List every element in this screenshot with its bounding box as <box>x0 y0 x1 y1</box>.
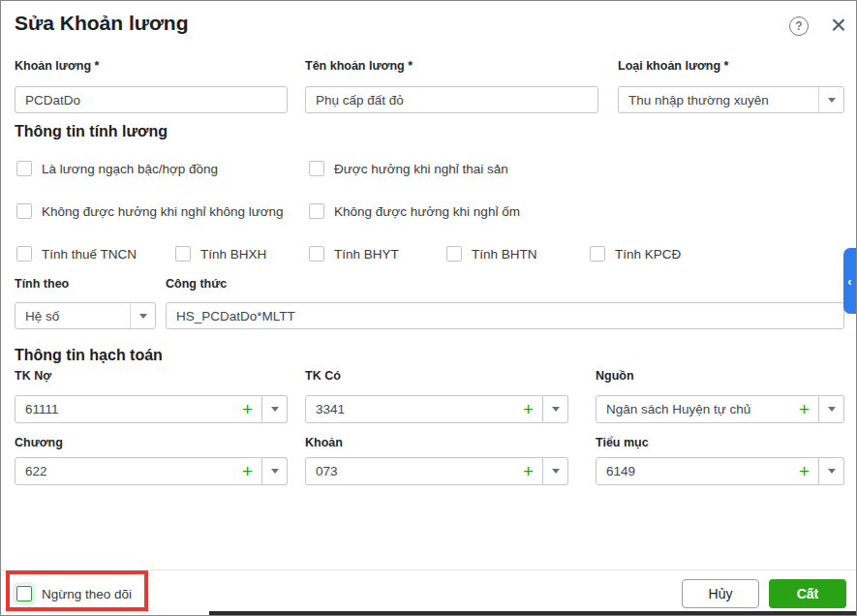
tieu-muc-label: Tiểu mục <box>596 436 649 449</box>
salary-code-label: Khoản lương * <box>15 59 99 73</box>
chevron-down-icon <box>828 98 836 103</box>
add-icon[interactable]: + <box>242 462 253 480</box>
checkbox-icon[interactable] <box>309 161 324 176</box>
checkbox-tinh-bhxh[interactable]: Tính BHXH <box>175 246 266 262</box>
chevron-down-icon <box>552 407 560 412</box>
add-icon[interactable]: + <box>799 462 810 480</box>
nguon-value: Ngân sách Huyện tự chủ <box>606 402 799 416</box>
checkbox-label: Tính KPCĐ <box>615 247 681 262</box>
close-icon[interactable]: × <box>826 11 851 40</box>
add-icon[interactable]: + <box>799 400 810 418</box>
background-window-edge <box>209 611 857 616</box>
calc-by-select[interactable]: Hệ số <box>15 302 156 329</box>
save-button[interactable]: Cất <box>769 579 846 608</box>
checkbox-icon[interactable] <box>309 203 324 219</box>
checkbox-label: Tính thuế TNCN <box>42 247 137 262</box>
tk-co-label: TK Có <box>305 369 341 383</box>
checkbox-icon[interactable] <box>16 586 32 601</box>
checkbox-icon[interactable] <box>446 246 462 262</box>
checkbox-label: Tính BHXH <box>200 247 266 262</box>
checkbox-label: Là lương ngạch bậc/hợp đồng <box>42 162 218 176</box>
checkbox-icon[interactable] <box>590 246 605 262</box>
stop-tracking-label: Ngừng theo dõi <box>42 587 132 601</box>
checkbox-khong-huong-nghi-om[interactable]: Không được hưởng khi nghỉ ốm <box>309 203 520 219</box>
add-icon[interactable]: + <box>523 400 534 418</box>
salary-code-input[interactable] <box>15 86 288 113</box>
cancel-button[interactable]: Hủy <box>682 579 759 608</box>
checkbox-huong-thai-san[interactable]: Được hưởng khi nghỉ thai sản <box>309 161 508 176</box>
checkbox-label: Không được hưởng khi nghỉ ốm <box>334 204 520 219</box>
footer-divider <box>1 570 857 570</box>
chevron-down-icon <box>271 469 279 474</box>
salary-name-label: Tên khoản lương * <box>305 59 413 73</box>
khoan-combo[interactable]: 073 + <box>305 457 568 485</box>
add-icon[interactable]: + <box>523 462 534 480</box>
chevron-down-icon <box>139 314 147 319</box>
calc-by-label: Tính theo <box>15 277 69 291</box>
checkbox-tinh-bhtn[interactable]: Tính BHTN <box>446 246 537 262</box>
chevron-down-icon <box>828 407 836 412</box>
add-icon[interactable]: + <box>242 400 253 418</box>
checkbox-icon[interactable] <box>175 246 191 262</box>
checkbox-label: Không được hưởng khi nghỉ không lương <box>42 204 284 219</box>
tieu-muc-value: 6149 <box>606 464 799 478</box>
khoan-label: Khoản <box>305 436 343 449</box>
checkbox-label: Được hưởng khi nghỉ thai sản <box>334 162 508 176</box>
checkbox-tinh-bhyt[interactable]: Tính BHYT <box>309 246 399 262</box>
checkbox-icon[interactable] <box>16 203 32 219</box>
formula-label: Công thức <box>166 277 227 291</box>
salary-type-label: Loại khoản lương * <box>618 59 728 73</box>
chuong-label: Chương <box>15 436 63 449</box>
checkbox-icon[interactable] <box>16 246 32 262</box>
khoan-value: 073 <box>316 464 523 478</box>
help-icon[interactable]: ? <box>789 16 809 36</box>
chevron-down-icon <box>271 407 279 412</box>
checkbox-icon[interactable] <box>16 161 32 176</box>
chevron-left-icon: ‹ <box>847 274 851 289</box>
tk-no-label: TK Nợ <box>15 369 51 383</box>
dialog-title: Sửa Khoản lương <box>15 12 189 35</box>
chuong-combo[interactable]: 622 + <box>15 457 288 485</box>
checkbox-tinh-kpcd[interactable]: Tính KPCĐ <box>590 246 681 262</box>
tk-no-value: 61111 <box>25 402 242 416</box>
salary-type-select[interactable]: Thu nhập thường xuyên <box>618 86 844 113</box>
tieu-muc-combo[interactable]: 6149 + <box>596 457 844 485</box>
checkbox-icon[interactable] <box>309 246 324 262</box>
checkbox-tinh-thue-tncn[interactable]: Tính thuế TNCN <box>16 246 137 262</box>
tk-co-value: 3341 <box>316 402 523 416</box>
calc-by-value: Hệ số <box>15 303 130 328</box>
salary-name-input[interactable] <box>305 86 598 113</box>
nguon-label: Nguồn <box>596 369 634 383</box>
checkbox-label: Tính BHTN <box>472 247 537 262</box>
chevron-down-icon <box>828 469 836 474</box>
side-panel-toggle[interactable]: ‹ <box>843 248 856 314</box>
edit-salary-item-dialog: Sửa Khoản lương ? × Khoản lương * Tên kh… <box>0 0 857 616</box>
accounting-info-heading: Thông tin hạch toán <box>15 347 163 364</box>
tk-co-combo[interactable]: 3341 + <box>305 395 568 423</box>
checkbox-luong-ngach-bac[interactable]: Là lương ngạch bậc/hợp đồng <box>16 161 218 176</box>
stop-tracking-checkbox[interactable]: Ngừng theo dõi <box>16 586 132 601</box>
salary-type-value: Thu nhập thường xuyên <box>619 87 818 112</box>
salary-info-heading: Thông tin tính lương <box>15 123 168 140</box>
nguon-combo[interactable]: Ngân sách Huyện tự chủ + <box>596 395 844 423</box>
checkbox-label: Tính BHYT <box>334 247 399 262</box>
chuong-value: 622 <box>25 464 242 478</box>
tk-no-combo[interactable]: 61111 + <box>15 395 288 423</box>
chevron-down-icon <box>552 469 560 474</box>
checkbox-khong-huong-nghi-khong-luong[interactable]: Không được hưởng khi nghỉ không lương <box>16 203 284 219</box>
formula-input[interactable] <box>166 302 844 329</box>
